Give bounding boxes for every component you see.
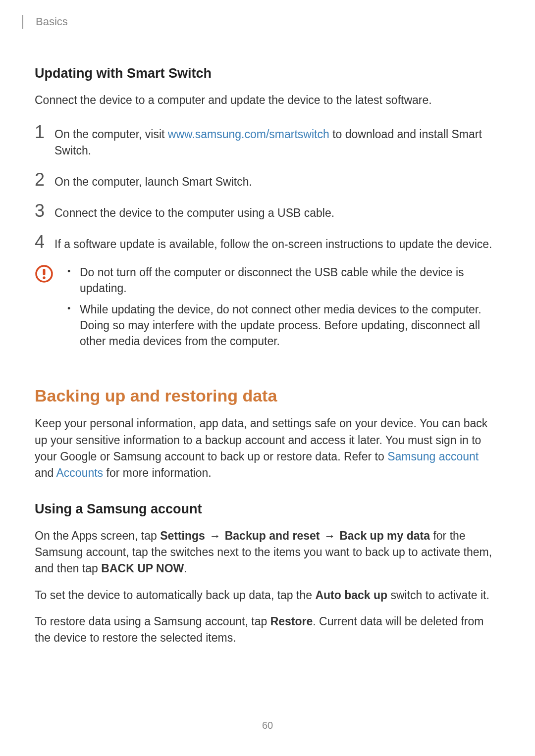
step-number: 1 (35, 123, 54, 141)
ui-label-auto-back-up: Auto back up (315, 589, 387, 602)
bullet-dot-icon: • (67, 302, 80, 314)
document-content: Updating with Smart Switch Connect the d… (0, 66, 535, 647)
bullet-text: Do not turn off the computer or disconne… (80, 264, 500, 296)
step-item: 2 On the computer, launch Smart Switch. (35, 171, 500, 190)
breadcrumb: Basics (36, 15, 68, 28)
step-number: 4 (35, 233, 54, 251)
caution-bullets: • Do not turn off the computer or discon… (67, 264, 500, 354)
section-intro: Keep your personal information, app data… (35, 415, 500, 481)
step-number: 3 (35, 202, 54, 220)
bullet-text: While updating the device, do not connec… (80, 302, 500, 350)
ui-path-backup-reset: Backup and reset (225, 529, 320, 542)
arrow-icon: → (209, 529, 220, 542)
samsung-account-link[interactable]: Samsung account (387, 450, 479, 463)
step-item: 1 On the computer, visit www.samsung.com… (35, 123, 500, 158)
intro-paragraph: Connect the device to a computer and upd… (35, 92, 500, 108)
step-text: On the computer, launch Smart Switch. (54, 171, 500, 190)
bullet-item: • Do not turn off the computer or discon… (67, 264, 500, 296)
document-header: Basics (0, 0, 535, 29)
smartswitch-link[interactable]: www.samsung.com/smartswitch (168, 128, 329, 141)
svg-point-2 (43, 277, 45, 279)
step-text: If a software update is available, follo… (54, 233, 500, 252)
step-text: Connect the device to the computer using… (54, 202, 500, 221)
accounts-link[interactable]: Accounts (56, 466, 104, 479)
numbered-steps: 1 On the computer, visit www.samsung.com… (35, 123, 500, 252)
step-item: 4 If a software update is available, fol… (35, 233, 500, 252)
caution-block: • Do not turn off the computer or discon… (35, 264, 500, 354)
step-text: On the computer, visit www.samsung.com/s… (54, 123, 500, 158)
ui-action-restore: Restore (270, 615, 313, 628)
subsection-heading: Using a Samsung account (35, 502, 500, 517)
instruction-paragraph: On the Apps screen, tap Settings → Backu… (35, 528, 500, 577)
step-number: 2 (35, 171, 54, 189)
instruction-paragraph: To set the device to automatically back … (35, 587, 500, 604)
step-item: 3 Connect the device to the computer usi… (35, 202, 500, 221)
instruction-paragraph: To restore data using a Samsung account,… (35, 613, 500, 647)
caution-icon (35, 264, 54, 283)
bullet-dot-icon: • (67, 264, 80, 277)
page-number: 60 (262, 720, 273, 731)
section-heading: Backing up and restoring data (35, 386, 500, 405)
ui-path-backup-my-data: Back up my data (339, 529, 430, 542)
subsection-heading: Updating with Smart Switch (35, 66, 500, 81)
svg-rect-1 (43, 269, 46, 275)
bullet-item: • While updating the device, do not conn… (67, 302, 500, 350)
ui-action-backup-now: BACK UP NOW (101, 562, 184, 575)
header-divider (22, 15, 23, 29)
arrow-icon: → (324, 529, 335, 542)
ui-path-settings: Settings (160, 529, 205, 542)
